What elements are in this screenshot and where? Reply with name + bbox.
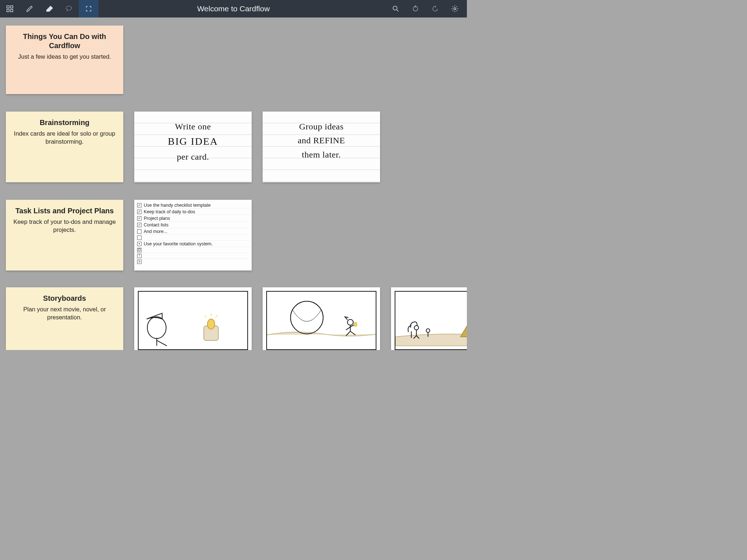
checkbox-icon[interactable]: O: [137, 248, 142, 252]
checklist-row: >: [136, 259, 249, 264]
canvas[interactable]: Things You Can Do with Cardflow Just a f…: [0, 18, 467, 350]
checkbox-icon[interactable]: >: [137, 260, 142, 264]
eraser-icon[interactable]: [39, 0, 59, 18]
checklist-text: Use the handy checklist template: [144, 203, 210, 208]
svg-rect-2: [7, 9, 9, 12]
undo-icon[interactable]: [406, 0, 425, 18]
svg-point-7: [454, 8, 456, 10]
handwritten-text: Write one BIG IDEA per card.: [134, 112, 252, 164]
story-panel: [395, 291, 467, 350]
story-panel: [138, 291, 248, 350]
toolbar: Welcome to Cardflow: [0, 0, 467, 18]
card-intro[interactable]: Things You Can Do with Cardflow Just a f…: [6, 26, 123, 94]
card-storyboard-1[interactable]: The intrepid explorer discovers the lost…: [134, 287, 252, 350]
checklist-row: ✓Contact lists: [136, 222, 249, 228]
checklist-row: ✓Use the handy checklist template: [136, 202, 249, 209]
card-storyboards[interactable]: Storyboards Plan your next movie, novel,…: [6, 287, 123, 350]
svg-rect-18: [354, 323, 357, 326]
card-storyboard-3[interactable]: The intrepid explorer takes in the view: [391, 287, 467, 350]
checklist-text: Project plans: [144, 216, 170, 221]
card-subtitle: Index cards are ideal for solo or group …: [12, 129, 117, 146]
checklist-row: And more...: [136, 228, 249, 235]
card-brainstorm[interactable]: Brainstorming Index cards are ideal for …: [6, 112, 123, 182]
svg-point-4: [66, 6, 72, 10]
checklist-text: Use your favorite notation system.: [144, 241, 213, 246]
checkbox-icon[interactable]: [137, 236, 142, 240]
svg-rect-0: [7, 6, 9, 8]
svg-point-11: [208, 319, 215, 329]
svg-line-6: [397, 10, 399, 12]
svg-rect-3: [11, 9, 13, 12]
checklist-text: And more...: [144, 229, 167, 234]
toolbar-left: [0, 0, 98, 18]
card-title: Things You Can Do with Cardflow: [12, 32, 117, 50]
gear-icon[interactable]: [445, 0, 465, 18]
card-index-note-2[interactable]: Group ideas and REFINE them later.: [263, 112, 380, 182]
toolbar-right: [386, 0, 465, 18]
checkbox-icon[interactable]: ✓: [137, 203, 142, 207]
checkbox-icon[interactable]: ✓: [137, 216, 142, 221]
lasso-icon[interactable]: [59, 0, 79, 18]
card-index-note-1[interactable]: Write one BIG IDEA per card.: [134, 112, 252, 182]
checklist-row: ✓Project plans: [136, 215, 249, 222]
checkbox-icon[interactable]: [137, 229, 142, 234]
checklist-text: Contact lists: [144, 222, 169, 228]
svg-point-15: [291, 301, 323, 334]
checklist-row: •Use your favorite notation system.: [136, 241, 249, 247]
checkbox-icon[interactable]: ✓: [137, 210, 142, 214]
card-subtitle: Plan your next movie, novel, or presenta…: [12, 305, 117, 322]
grid-icon[interactable]: [0, 0, 20, 18]
checkbox-icon[interactable]: ✓: [137, 223, 142, 227]
pencil-icon[interactable]: [20, 0, 39, 18]
checklist-text: Keep track of daily to-dos: [144, 209, 195, 214]
redo-icon[interactable]: [425, 0, 445, 18]
card-subtitle: Keep track of your to-dos and manage pro…: [12, 218, 117, 234]
checklist-row: [136, 235, 249, 241]
search-icon[interactable]: [386, 0, 406, 18]
card-title: Storyboards: [12, 294, 117, 303]
select-icon[interactable]: [79, 0, 98, 18]
svg-point-23: [426, 329, 430, 332]
svg-marker-19: [461, 306, 467, 337]
card-tasks[interactable]: Task Lists and Project Plans Keep track …: [6, 200, 123, 271]
checkbox-icon[interactable]: !: [137, 254, 142, 258]
card-subtitle: Just a few ideas to get you started.: [12, 52, 117, 61]
card-title: Brainstorming: [12, 118, 117, 127]
card-title: Task Lists and Project Plans: [12, 206, 117, 215]
checklist-row: O: [136, 247, 249, 253]
svg-point-5: [393, 6, 397, 10]
checklist-row: ✓Keep track of daily to-dos: [136, 209, 249, 215]
svg-point-20: [414, 326, 419, 330]
card-checklist[interactable]: ✓Use the handy checklist template✓Keep t…: [134, 200, 252, 271]
svg-rect-1: [11, 6, 13, 8]
svg-line-13: [205, 315, 207, 318]
svg-line-14: [216, 315, 218, 318]
svg-point-8: [147, 317, 166, 339]
card-storyboard-2[interactable]: The intrepid explorer has a hard day at …: [263, 287, 380, 350]
svg-point-16: [348, 319, 353, 325]
handwritten-text: Group ideas and REFINE them later.: [263, 112, 380, 162]
checklist-row: !: [136, 253, 249, 259]
story-panel: [266, 291, 376, 350]
checkbox-icon[interactable]: •: [137, 242, 142, 246]
